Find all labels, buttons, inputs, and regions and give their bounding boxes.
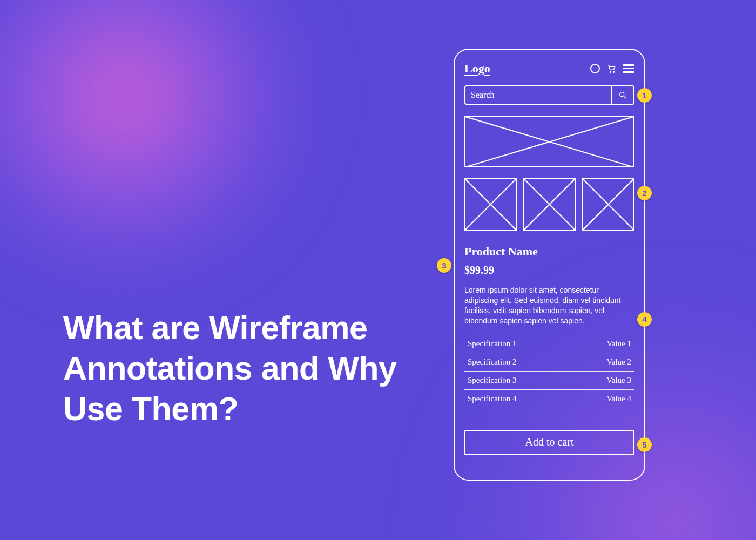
thumbnail-row [464,178,634,231]
add-to-cart-button[interactable]: Add to cart [464,430,634,455]
spec-value: Value 1 [607,339,631,348]
thumbnail-3[interactable] [582,178,634,231]
svg-point-1 [613,71,614,72]
spec-row: Specification 4 Value 4 [464,390,634,408]
spec-row: Specification 2 Value 2 [464,353,634,372]
search-bar: Search [464,85,634,105]
svg-point-0 [610,71,611,72]
thumbnail-1[interactable] [464,178,517,231]
hero-image-placeholder [464,116,634,167]
spec-label: Specification 2 [468,357,516,367]
placeholder-x-icon [524,179,575,230]
annotation-marker-2: 2 [637,186,652,200]
thumbnail-2[interactable] [523,178,576,231]
svg-line-3 [624,96,626,98]
search-button[interactable] [611,86,633,104]
spec-row: Specification 3 Value 3 [464,372,634,390]
product-name: Product Name [464,245,634,259]
spec-label: Specification 4 [468,394,516,403]
product-price: $99.99 [464,264,634,276]
logo[interactable]: Logo [464,62,490,76]
wireframe-phone-frame: Logo Search [454,49,645,481]
page-title: What are Wireframe Annotations and Why U… [63,308,430,429]
placeholder-x-icon [465,117,633,167]
spec-row: Specification 1 Value 1 [464,335,634,353]
spec-label: Specification 3 [468,376,516,385]
annotation-marker-4: 4 [637,312,652,327]
spec-value: Value 2 [607,357,631,367]
gradient-glow-top-left [0,0,313,286]
spec-value: Value 3 [607,376,631,385]
avatar-icon[interactable] [590,64,600,73]
spec-label: Specification 1 [468,339,516,348]
hamburger-menu-icon[interactable] [623,64,634,73]
search-input[interactable]: Search [465,86,611,104]
cart-icon[interactable] [606,64,616,73]
annotation-marker-5: 5 [637,437,652,452]
spec-value: Value 4 [607,394,631,403]
spec-table: Specification 1 Value 1 Specification 2 … [464,335,634,408]
topbar-icons [590,64,634,73]
placeholder-x-icon [583,179,633,230]
annotation-marker-1: 1 [637,88,652,103]
search-icon [618,91,627,99]
wireframe-topbar: Logo [464,62,634,76]
product-description: Lorem ipsum dolor sit amet, consectetur … [464,285,634,326]
svg-point-2 [620,92,624,97]
placeholder-x-icon [465,179,516,230]
annotation-marker-3: 3 [437,258,451,273]
